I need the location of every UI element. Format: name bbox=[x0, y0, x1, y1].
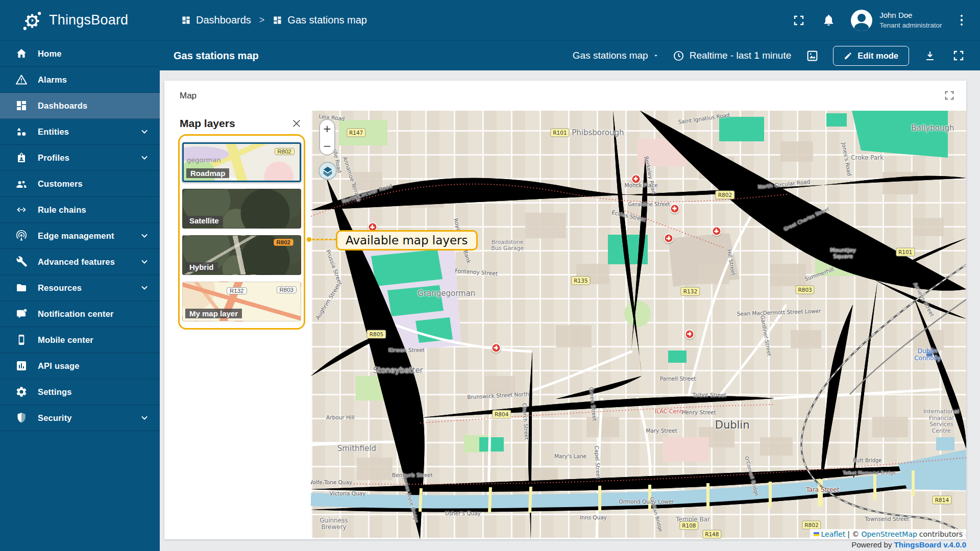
breadcrumb-current[interactable]: Gas stations map bbox=[273, 14, 367, 26]
map-area-label: Tara Street bbox=[806, 487, 839, 494]
sidebar: Home Alar bbox=[0, 41, 160, 551]
chevron-down-icon bbox=[139, 283, 150, 293]
fullscreen-icon[interactable] bbox=[792, 13, 806, 28]
clock-icon bbox=[673, 50, 684, 62]
sidebar-item-entities[interactable]: Entities bbox=[0, 119, 160, 145]
sidebar-item-api-usage[interactable]: API usage bbox=[0, 353, 160, 379]
chevron-down-icon bbox=[139, 127, 150, 137]
gas-station-marker[interactable] bbox=[631, 174, 641, 184]
sidebar-item-alarms[interactable]: Alarms bbox=[0, 67, 160, 93]
header-actions: John Doe Tenant administrator bbox=[792, 10, 980, 31]
dashboards-icon bbox=[15, 99, 28, 112]
route-badge: R814 bbox=[933, 495, 951, 504]
close-icon[interactable] bbox=[291, 118, 302, 129]
map-layer-option[interactable]: R132 R803 My map layer bbox=[182, 282, 301, 321]
map-area-label: Dublin bbox=[715, 419, 750, 431]
route-badge: R803 bbox=[795, 286, 814, 294]
mobile-icon bbox=[15, 334, 28, 346]
antenna-icon bbox=[15, 230, 28, 242]
sidebar-item-security[interactable]: Security bbox=[0, 405, 160, 431]
user-role: Tenant administrator bbox=[879, 21, 942, 30]
chevron-down-icon bbox=[139, 231, 150, 241]
edit-mode-button[interactable]: Edit mode bbox=[833, 46, 909, 66]
map-area-label: Ballybough bbox=[912, 124, 954, 133]
layers-icon bbox=[322, 165, 333, 177]
more-options-kebab-icon[interactable] bbox=[958, 13, 966, 28]
map-zoom-control: + − bbox=[319, 119, 335, 156]
route-badge: R147 bbox=[347, 128, 365, 137]
leaflet-link[interactable]: Leaflet bbox=[821, 530, 846, 538]
map-area-label: Broadstone Bus Garage bbox=[488, 239, 527, 252]
zoom-in-button[interactable]: + bbox=[320, 120, 334, 137]
app-logo[interactable]: ThingsBoard bbox=[0, 10, 160, 31]
pencil-icon bbox=[844, 52, 852, 60]
map-layers-list: gegorman R802 Roadmap Satellite R802 bbox=[178, 134, 305, 330]
sidebar-item-settings[interactable]: Settings bbox=[0, 379, 160, 405]
gas-station-marker[interactable] bbox=[685, 329, 695, 339]
map-layer-option[interactable]: Satellite bbox=[182, 189, 301, 229]
map-layer-label: Hybrid bbox=[185, 262, 218, 272]
gas-station-marker[interactable] bbox=[664, 234, 674, 243]
route-badge: R802 bbox=[716, 190, 734, 199]
user-name: John Doe bbox=[879, 10, 942, 20]
widget-title: Map bbox=[180, 91, 197, 101]
sidebar-item-rule-chains[interactable]: Rule chains bbox=[0, 197, 160, 223]
download-icon[interactable] bbox=[922, 48, 938, 63]
map-street-label: Parnell Street bbox=[660, 375, 696, 382]
thingsboard-version-link[interactable]: ThingsBoard v.4.0.0 bbox=[894, 540, 966, 549]
gas-station-marker[interactable] bbox=[670, 204, 679, 213]
sidebar-item-customers[interactable]: Customers bbox=[0, 171, 160, 197]
timewindow-button[interactable]: Realtime - last 1 minute bbox=[673, 50, 792, 62]
sidebar-item-profiles[interactable]: Profiles bbox=[0, 145, 160, 171]
sidebar-item-resources[interactable]: Resources bbox=[0, 275, 160, 301]
dashboard-toolbar: Gas stations map Gas stations map Realti… bbox=[160, 41, 980, 70]
user-menu[interactable]: John Doe Tenant administrator bbox=[851, 10, 942, 31]
map-layers-title: Map layers bbox=[180, 117, 235, 130]
gear-icon bbox=[15, 386, 28, 398]
map-area-label: Stoneybatter bbox=[373, 366, 423, 375]
map-layer-option[interactable]: gegorman R802 Roadmap bbox=[182, 142, 301, 182]
widget-fullscreen-icon[interactable] bbox=[944, 90, 955, 101]
sidebar-item-notification-center[interactable]: Notification center bbox=[0, 301, 160, 327]
route-badge: R802 bbox=[802, 521, 821, 530]
avatar bbox=[851, 10, 872, 31]
map-widget-card: Map bbox=[164, 81, 966, 539]
dashboard-content: Map bbox=[160, 70, 980, 551]
sidebar-item-mobile-center[interactable]: Mobile center bbox=[0, 327, 160, 353]
route-badge: R148 bbox=[702, 530, 721, 538]
map-street-label: Inns Quay bbox=[580, 514, 607, 520]
chevron-down-icon bbox=[139, 153, 150, 163]
fullscreen-icon[interactable] bbox=[951, 48, 966, 63]
dashboard-select[interactable]: Gas stations map bbox=[573, 50, 659, 61]
map[interactable]: PhibsboroughBallyboughGrangegormanStoney… bbox=[311, 111, 966, 539]
zoom-out-button[interactable]: − bbox=[320, 137, 334, 155]
chart-icon bbox=[15, 360, 28, 372]
dashboard-image-icon[interactable] bbox=[804, 48, 820, 63]
map-attribution: Leaflet | © OpenStreetMap contributors bbox=[810, 529, 966, 539]
people-icon bbox=[15, 178, 28, 190]
route-badge: R108 bbox=[679, 521, 698, 530]
map-street-label: Benburb Street bbox=[392, 472, 433, 478]
sidebar-item-advanced-features[interactable]: Advanced features bbox=[0, 249, 160, 275]
map-layer-label: Satellite bbox=[185, 216, 223, 226]
gas-station-marker[interactable] bbox=[712, 227, 721, 236]
route-badge: R135 bbox=[571, 276, 590, 285]
map-street-label: Talbot Memorial Bridge bbox=[843, 470, 896, 475]
map-street-label: Townsend Street bbox=[865, 516, 909, 522]
sidebar-item-home[interactable]: Home bbox=[0, 41, 160, 67]
notifications-bell-icon[interactable] bbox=[821, 13, 836, 28]
map-layers-button[interactable] bbox=[318, 162, 337, 180]
top-header: ThingsBoard Dashboards > Gas stations ma… bbox=[0, 0, 980, 41]
osm-link[interactable]: OpenStreetMap bbox=[861, 530, 917, 538]
map-street-label: Geraldine Street bbox=[628, 202, 670, 207]
sidebar-item-edge-management[interactable]: Edge management bbox=[0, 223, 160, 249]
map-layer-option[interactable]: R802 Hybrid bbox=[182, 235, 301, 275]
breadcrumb-dashboards[interactable]: Dashboards bbox=[181, 14, 251, 26]
map-layer-label: Roadmap bbox=[186, 168, 229, 178]
map-area-label: Mountjoy Square bbox=[828, 247, 858, 260]
map-area-label: Grangegorman bbox=[418, 289, 475, 298]
gas-station-marker[interactable] bbox=[492, 343, 501, 353]
sidebar-item-dashboards[interactable]: Dashboards bbox=[0, 93, 160, 119]
chevron-down-icon bbox=[139, 257, 150, 267]
map-street-label: Mary Street bbox=[646, 428, 677, 434]
